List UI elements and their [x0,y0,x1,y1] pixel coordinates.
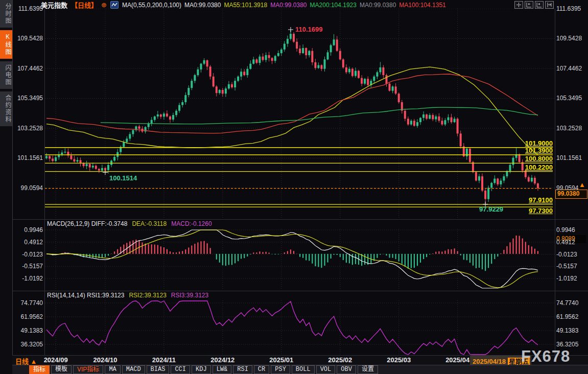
ma-legend-item: MA200:104.1923 [310,2,357,9]
chart-toolbar-icons [514,1,554,9]
toolbar-item-模板[interactable]: 模板 [51,365,72,374]
toolbar-item-指标[interactable]: 指标 [29,365,50,374]
main-y-axis-label: 105.3495 [556,94,588,102]
jump-end-icon[interactable] [545,1,554,9]
date-label: 2025/04 [435,356,481,364]
ma-legend-item: MA55:101.3918 [224,2,267,9]
toolbar-item-OBV[interactable]: OBV [337,365,356,374]
date-label: 2024/10 [82,356,128,364]
rsi-y-axis-label: 49.1383 [556,326,588,335]
toolbar-item-设置[interactable]: 设置 [358,365,378,374]
support-line-label: 101.3900 [461,147,553,154]
ma-legend-item: MA100:104.1351 [399,2,445,9]
main-y-axis-label: 99.0594 [11,184,43,192]
toolbar-item-KDJ[interactable]: KDJ [192,365,211,374]
main-y-axis-label: 107.4462 [556,64,588,73]
rsi-header-item: RSI3:39.3123 [171,292,208,299]
macd-y-axis-label: -0.5157 [556,262,588,270]
sidebar-tab-K线图[interactable]: K线图 [0,30,12,59]
date-label: 2025/03 [376,356,422,364]
sidebar-tab-闪电图[interactable]: 闪电图 [0,61,12,89]
toolbar-item-BIAS[interactable]: BIAS [147,365,170,374]
pan-right-icon[interactable] [535,1,544,9]
indicator-toolbar: 指标模板VIP指标MAMACDBIASCCIKDJLW&RSICRPSYBOLL… [12,365,588,374]
rsi-header: RSI(14,14,14) RSI1:39.3123RSI2:39.3123RS… [47,292,208,299]
main-y-axis-label: 103.2528 [556,124,588,132]
support-line-label: 97.9100 [461,197,553,204]
ma-legend-item: MA0:99.0380 [270,2,307,9]
macd-y-axis-label: 0.9946 [556,226,588,234]
macd-y-axis-label: -1.0192 [11,274,43,283]
rsi-header-item: RSI2:39.3123 [129,292,166,299]
main-y-axis-label: 103.2528 [11,124,43,132]
rsi-y-axis-label: 36.3205 [556,340,588,348]
macd-y-axis-label: 0.4912 [556,238,588,246]
pane-separator-2 [12,291,588,291]
macd-y-axis-label: -1.0192 [556,274,588,283]
main-y-axis-label: 111.6395 [556,5,588,13]
main-y-axis-label: 109.5428 [11,34,43,42]
macd-y-axis-label: -0.0123 [556,250,588,259]
date-label: 2025/02 [317,356,363,364]
toolbar-item-PSY[interactable]: PSY [271,365,290,374]
main-y-axis-label: 107.4462 [11,64,43,73]
pane-separator-1 [12,219,588,220]
svg-text:110.1699: 110.1699 [295,26,323,33]
ma-legend-item: MA(0,55,0,200,0,100) [122,2,181,9]
support-line-label: 97.7300 [461,207,553,215]
support-line-label: 100.8000 [461,155,553,162]
rsi-header-item: RSI(14,14,14) RSI1:39.3123 [47,292,124,299]
rsi-y-axis-label: 74.7740 [556,299,588,307]
sidebar-tab-分时图[interactable]: 分时图 [0,0,12,28]
main-y-axis-label: 105.3495 [11,94,43,102]
macd-header-item: DEA:-0.3118 [132,220,167,227]
plot-right-border [555,9,555,356]
main-y-axis-label: 99.0594 [556,184,588,192]
macd-chart[interactable] [45,229,554,289]
circle-plus-icon[interactable]: ⊕ [101,1,107,9]
rsi-y-axis-label: 61.9562 [556,313,588,321]
ma-legend-item: MA0:99.0380 [184,2,221,9]
macd-y-axis-label: -0.0123 [11,250,43,259]
macd-header-item: MACD:-0.1260 [171,220,211,227]
macd-header-item: MACD(26,12,9) DIFF:-0.3748 [47,220,127,227]
rsi-y-axis-label: 36.3205 [11,340,43,348]
toolbar-item-VIP指标[interactable]: VIP指标 [73,365,103,374]
date-axis: 日线 ▲ 2025/04/18星期五 2024/092024/102024/11… [12,356,588,365]
toolbar-item-VOL[interactable]: VOL [316,365,336,374]
main-header: 美元指数 【日线】 ⊕ MA(0,55,0,200,0,100)MA0:99.0… [41,1,449,9]
candlestick-chart[interactable]: 110.1699100.151497.9229 [45,9,554,219]
ma-legend-item: MA0:99.0380 [360,2,396,9]
toolbar-item-CCI[interactable]: CCI [171,365,190,374]
support-line-label: 100.2200 [461,164,553,171]
macd-y-axis-label: -0.5157 [11,262,43,270]
toolbar-item-MACD[interactable]: MACD [122,365,145,374]
macd-y-axis-label: 0.4912 [11,238,43,246]
main-y-axis-label: 101.1561 [556,154,588,162]
toolbar-item-CR[interactable]: CR [254,365,269,374]
rsi-chart[interactable] [45,300,554,355]
rsi-y-axis-label: 61.9562 [11,313,43,321]
toolbar-item-MA[interactable]: MA [105,365,120,374]
macd-y-axis-label: 0.9946 [11,226,43,234]
rsi-y-axis-label: 74.7740 [11,299,43,307]
chart-type-icon[interactable] [110,1,119,9]
pan-left-icon[interactable] [525,1,533,9]
svg-text:100.1514: 100.1514 [109,174,137,182]
watermark-logo: FX678 [521,347,570,366]
toolbar-item-BOLL[interactable]: BOLL [292,365,315,374]
date-label: 2025/01 [258,356,304,364]
rsi-y-axis-label: 49.1383 [11,326,43,335]
date-label: 2024/09 [33,356,79,364]
main-y-axis-label: 109.5428 [556,34,588,42]
main-y-axis-label: 111.6395 [11,5,43,13]
ma-legend: MA(0,55,0,200,0,100)MA0:99.0380MA55:101.… [122,2,449,9]
toolbar-item-LW&[interactable]: LW& [213,365,232,374]
date-label: 2024/12 [200,356,246,364]
sidebar-tab-合约资料[interactable]: 合约资料 [0,91,12,126]
support-line-label: 101.9000 [461,140,553,147]
macd-header: MACD(26,12,9) DIFF:-0.3748DEA:-0.3118MAC… [47,220,212,227]
crosshair-icon[interactable] [514,1,523,9]
toolbar-item-RSI[interactable]: RSI [233,365,252,374]
main-y-axis-label: 101.1561 [11,154,43,162]
